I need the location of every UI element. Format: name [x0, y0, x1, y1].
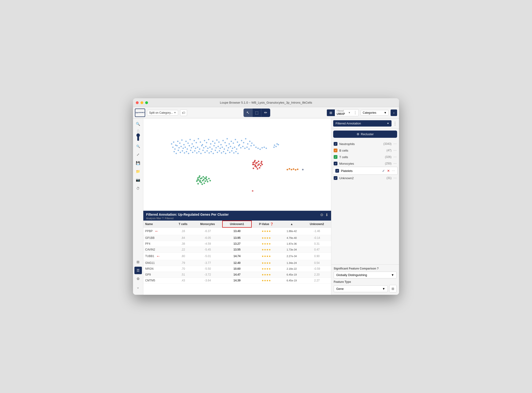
significant-feature-dropdown[interactable]: Globally Distinguishing ▼ — [334, 272, 397, 278]
svg-point-46 — [264, 147, 265, 148]
umap-chevron-icon[interactable]: ▼ — [347, 111, 352, 114]
svg-point-54 — [185, 147, 186, 148]
grid-view-icon[interactable]: ⊞ — [134, 258, 142, 266]
cluster-checkbox[interactable]: ✓ — [334, 148, 337, 152]
cluster-checkbox[interactable]: ✓ — [334, 155, 337, 159]
cluster-name-input[interactable] — [341, 169, 380, 173]
col-unknown1-header[interactable]: Unknown1 — [222, 221, 251, 227]
brush-tool-button[interactable]: ✏ — [261, 108, 270, 117]
scatter-plot: // We'll render these as a path pattern — [143, 118, 331, 211]
cluster-item-neutrophils[interactable]: ✓ Neutrophils (3343) ⋯ — [331, 141, 399, 147]
svg-point-20 — [210, 143, 211, 144]
annotation-dropdown[interactable]: Filtered Annotation ▼ — [333, 120, 391, 127]
list-view-icon[interactable]: ☰ — [134, 267, 142, 274]
svg-point-33 — [237, 142, 238, 143]
svg-point-19 — [208, 139, 209, 140]
cursor-tool-button[interactable]: ↖ — [244, 108, 252, 117]
col-pvalue-header[interactable]: P-Value ❓ — [251, 221, 281, 227]
cluster-options-icon[interactable]: ⋯ — [393, 176, 397, 180]
cell-pval: 1.87e-36 — [281, 241, 303, 246]
cell-unknown1: 13.95 — [222, 235, 251, 241]
camera-icon[interactable]: 📷 — [134, 176, 142, 184]
svg-point-23 — [216, 139, 217, 141]
svg-point-2 — [173, 142, 174, 143]
cluster-checkbox[interactable]: ✓ — [334, 176, 337, 180]
svg-point-21 — [212, 141, 213, 142]
svg-point-144 — [255, 164, 256, 166]
svg-point-108 — [217, 152, 218, 153]
svg-point-85 — [248, 148, 250, 149]
outlier-dot — [252, 190, 254, 192]
cell-tcells: .84 — [173, 235, 193, 241]
main-toolbar: 10x GENOMICS Split on Category... ▼ 🏷 ↖ … — [133, 107, 399, 118]
cluster-options-icon[interactable]: ⋯ — [393, 155, 397, 159]
cluster-item-t-cells[interactable]: ✓ T cells (326) ⋯ — [331, 154, 399, 160]
edit-cancel-button[interactable]: ✕ — [387, 168, 390, 173]
svg-point-168 — [208, 178, 210, 179]
svg-point-65 — [207, 147, 208, 149]
tools-icon[interactable]: ⚙ — [134, 275, 142, 283]
svg-point-142 — [253, 167, 254, 169]
cluster-options-icon[interactable]: ⋯ — [393, 148, 397, 152]
calculate-button[interactable]: ⊞ — [389, 285, 397, 292]
close-button[interactable] — [136, 101, 139, 104]
cluster-name-label: Monocytes — [339, 162, 383, 165]
cluster-checkbox[interactable]: ✓ — [334, 162, 337, 165]
zoom-out-icon[interactable]: 🔍 — [134, 142, 142, 150]
save-icon[interactable]: 💾 — [134, 159, 142, 167]
umap-canvas[interactable]: // We'll render these as a path pattern — [143, 118, 331, 211]
recluster-button[interactable]: ⚙ Recluster — [333, 131, 397, 138]
svg-point-139 — [257, 168, 258, 170]
edit-confirm-button[interactable]: ✓ — [382, 168, 385, 173]
table-filter-icon[interactable]: ⚙ — [320, 213, 323, 217]
split-category-dropdown[interactable]: Split on Category... ▼ — [147, 110, 178, 116]
svg-point-90 — [180, 152, 181, 153]
folder-icon[interactable]: 📁 — [134, 168, 142, 175]
svg-point-82 — [242, 146, 243, 147]
rect-select-tool-button[interactable]: ⬚ — [252, 108, 261, 117]
svg-point-77 — [232, 147, 233, 149]
svg-point-160 — [206, 179, 208, 181]
svg-point-15 — [200, 142, 201, 143]
svg-point-163 — [206, 176, 207, 178]
cell-unknown1: 12.40 — [222, 260, 251, 266]
bottom-side-icons: ⊞ ☰ ⚙ ⌄ — [134, 258, 142, 293]
table-download-icon[interactable]: ⬇ — [325, 213, 328, 217]
col-unknown2-header[interactable]: Unknown2 — [303, 221, 331, 227]
maximize-button[interactable] — [145, 101, 148, 104]
recluster-icon: ⚙ — [357, 133, 359, 136]
col-tcells-header[interactable]: T cells — [173, 221, 193, 227]
center-area: // We'll render these as a path pattern — [143, 118, 331, 295]
expand-icon[interactable]: ⤢ — [134, 151, 142, 158]
cluster-checkbox[interactable]: ✓ — [334, 142, 337, 146]
svg-point-167 — [196, 180, 198, 182]
clock-icon[interactable]: ⏱ — [134, 185, 142, 192]
svg-point-83 — [244, 147, 245, 149]
cluster-item-monocytes[interactable]: ✓ Monocytes (250) ⋯ — [331, 160, 399, 167]
col-sort-header[interactable]: ▲ — [281, 221, 303, 227]
unknown1-cluster — [252, 160, 263, 170]
tag-button[interactable]: 🏷 — [180, 109, 187, 116]
umap-filtered-label: Filtered — [337, 110, 345, 112]
cell-unknown1: 10.60 — [222, 266, 251, 272]
cluster-options-icon[interactable]: ⋯ — [393, 142, 397, 146]
chevron-down-icon[interactable]: ⌄ — [134, 284, 142, 291]
cluster-options-icon[interactable]: ⋯ — [392, 169, 395, 173]
minimize-button[interactable] — [141, 101, 143, 104]
cluster-checkbox[interactable]: ✓ — [335, 169, 339, 173]
categories-dropdown[interactable]: Categories ▼ — [361, 110, 389, 116]
nav-forward-button[interactable]: › — [391, 109, 397, 116]
cluster-item-b-cells[interactable]: ✓ B cells (47) ⋯ — [331, 147, 399, 154]
cluster-options-icon[interactable]: ⋯ — [393, 162, 397, 165]
svg-point-61 — [199, 148, 200, 149]
umap-options-icon[interactable]: ⋮ — [352, 110, 358, 115]
panel-options-icon[interactable]: ⋮ — [393, 121, 397, 126]
umap-grid-icon[interactable]: ⊞ — [327, 109, 335, 116]
svg-point-68 — [213, 145, 215, 146]
zoom-in-icon[interactable]: 🔍 — [134, 120, 142, 128]
svg-point-35 — [241, 140, 242, 141]
zoom-slider[interactable] — [136, 129, 140, 141]
cluster-item-unknown2[interactable]: ✓ Unknown2 (31) ⋯ — [331, 175, 399, 181]
col-monocytes-header[interactable]: Monocytes — [193, 221, 222, 227]
feature-type-dropdown[interactable]: Gene ▼ — [334, 285, 388, 292]
